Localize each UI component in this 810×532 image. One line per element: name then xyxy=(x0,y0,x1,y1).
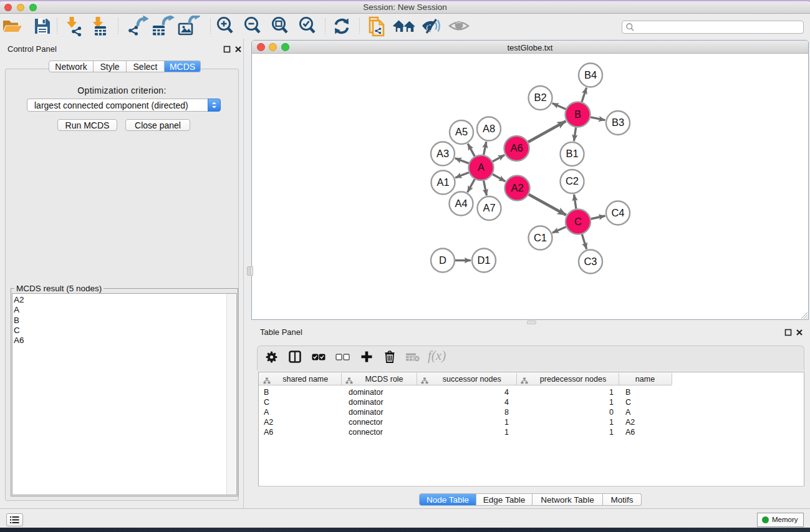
svg-text:B2: B2 xyxy=(534,92,546,103)
svg-text:A3: A3 xyxy=(436,148,449,159)
svg-text:C3: C3 xyxy=(584,256,597,267)
svg-text:A4: A4 xyxy=(455,198,467,209)
svg-text:B1: B1 xyxy=(566,148,578,159)
svg-text:A6: A6 xyxy=(510,142,523,153)
svg-text:C: C xyxy=(574,216,582,227)
svg-text:A8: A8 xyxy=(483,123,495,134)
svg-text:D: D xyxy=(439,254,446,266)
svg-text:A1: A1 xyxy=(436,177,449,188)
svg-text:B3: B3 xyxy=(612,117,624,128)
svg-text:C4: C4 xyxy=(611,207,624,218)
svg-text:C1: C1 xyxy=(534,232,547,243)
svg-text:B4: B4 xyxy=(584,69,597,80)
svg-text:D1: D1 xyxy=(477,254,490,266)
svg-text:A: A xyxy=(478,162,485,173)
svg-text:A2: A2 xyxy=(511,182,523,193)
svg-text:B: B xyxy=(574,109,581,120)
svg-text:A5: A5 xyxy=(455,126,468,137)
svg-text:C2: C2 xyxy=(566,175,579,186)
svg-text:A7: A7 xyxy=(483,202,495,213)
